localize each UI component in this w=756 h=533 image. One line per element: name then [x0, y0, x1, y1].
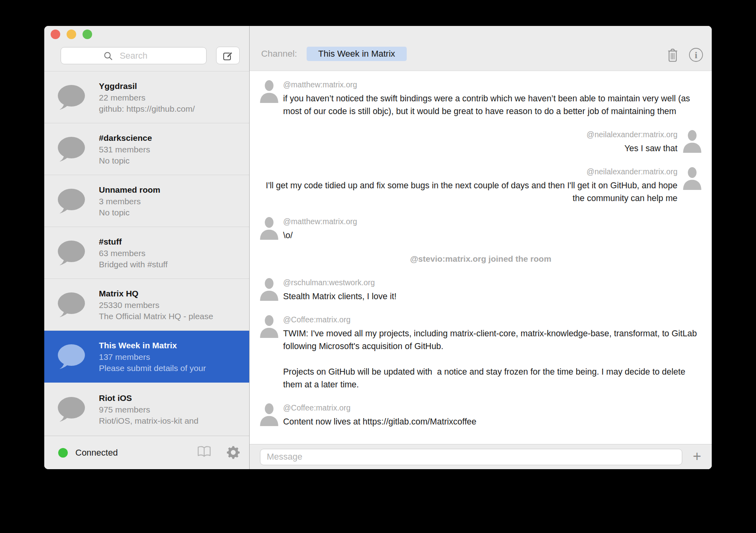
room-topic: No topic	[99, 207, 247, 218]
room-list-item[interactable]: Yggdrasil 22 members github: https://git…	[44, 71, 249, 123]
room-topic: Riot/iOS, matrix-ios-kit and	[99, 415, 247, 426]
minimize-window-button[interactable]	[67, 30, 76, 39]
message-body: @Coffee:matrix.org TWIM: I've moved all …	[283, 315, 702, 391]
chat-bubble-icon	[57, 397, 85, 422]
chat-header: Channel: This Week in Matrix i	[250, 26, 712, 71]
message: @neilalexander:matrix.org Yes I saw that	[259, 130, 702, 155]
room-info-button[interactable]: i	[689, 47, 703, 63]
room-name: Matrix HQ	[99, 288, 247, 300]
chat-bubble-icon	[57, 240, 85, 266]
message-text: Yes I saw that	[259, 142, 677, 155]
message-text: if you haven’t noticed the swift binding…	[283, 92, 702, 118]
message-text: I'll get my code tidied up and fix some …	[259, 179, 677, 205]
svg-text:i: i	[695, 50, 697, 60]
room-name: Yggdrasil	[99, 80, 247, 92]
room-topic: The Official Matrix HQ - please	[99, 311, 247, 322]
room-text: #darkscience 531 members No topic	[99, 132, 247, 166]
chat-bubble-icon	[57, 85, 85, 110]
plus-icon: +	[693, 448, 701, 464]
room-name: Riot iOS	[99, 392, 247, 404]
settings-button[interactable]	[226, 445, 241, 461]
zoom-window-button[interactable]	[83, 30, 92, 39]
room-text: Unnamed room 3 members No topic	[99, 184, 247, 218]
message-body: @Coffee:matrix.org Content now lives at …	[283, 403, 702, 428]
book-icon	[197, 446, 211, 458]
message: @neilalexander:matrix.org I'll get my co…	[259, 167, 702, 205]
room-members: 137 members	[99, 351, 247, 363]
room-list-item[interactable]: This Week in Matrix 137 members Please s…	[44, 331, 249, 383]
message-input[interactable]	[260, 449, 682, 465]
room-list-item[interactable]: #darkscience 531 members No topic	[44, 123, 249, 175]
person-avatar-icon	[682, 130, 702, 153]
room-text: Matrix HQ 25330 members The Official Mat…	[99, 288, 247, 322]
person-avatar-icon	[259, 315, 279, 338]
composer-bar: +	[250, 444, 712, 469]
connection-status-label: Connected	[75, 448, 118, 458]
room-members: 531 members	[99, 144, 247, 155]
bookmarks-button[interactable]	[197, 446, 211, 459]
app-window: Yggdrasil 22 members github: https://git…	[44, 26, 712, 469]
chat-bubble-icon	[57, 292, 85, 318]
room-name: #stuff	[99, 236, 247, 248]
room-members: 63 members	[99, 248, 247, 259]
room-list-item[interactable]: #stuff 63 members Bridged with #stuff	[44, 227, 249, 279]
attach-button[interactable]: +	[682, 449, 712, 465]
room-topic: github: https://github.com/	[99, 103, 247, 114]
chat-bubble-icon	[57, 344, 85, 369]
chat-bubble-icon	[57, 136, 85, 162]
sidebar-header	[44, 26, 249, 71]
message-text: Stealth Matrix clients, I love it!	[283, 290, 702, 303]
room-topic: No topic	[99, 155, 247, 166]
close-window-button[interactable]	[51, 30, 60, 39]
compose-button[interactable]	[216, 47, 240, 64]
person-avatar-icon	[259, 278, 279, 301]
message: @matthew:matrix.org if you haven’t notic…	[259, 80, 702, 118]
channel-row: Channel: This Week in Matrix	[261, 47, 407, 61]
room-name: Unnamed room	[99, 184, 247, 196]
message-body: @neilalexander:matrix.org Yes I saw that	[259, 130, 677, 155]
message-sender: @rschulman:westwork.org	[283, 278, 702, 288]
room-list-item[interactable]: Unnamed room 3 members No topic	[44, 175, 249, 227]
room-list-item[interactable]: Riot iOS 975 members Riot/iOS, matrix-io…	[44, 383, 249, 436]
message-body: @matthew:matrix.org if you haven’t notic…	[283, 80, 702, 118]
search-field	[61, 47, 207, 64]
message-body: @rschulman:westwork.org Stealth Matrix c…	[283, 278, 702, 303]
room-list-item[interactable]: Matrix HQ 25330 members The Official Mat…	[44, 279, 249, 331]
delete-room-button[interactable]	[666, 48, 679, 63]
person-avatar-icon	[259, 403, 279, 426]
search-input[interactable]	[61, 47, 206, 64]
person-avatar-icon	[259, 217, 279, 240]
message-text: \o/	[283, 229, 702, 242]
message-body: @neilalexander:matrix.org I'll get my co…	[259, 167, 677, 205]
person-avatar-icon	[259, 80, 279, 103]
person-avatar-icon	[682, 167, 702, 190]
message-text: Content now lives at https://gitlab.com/…	[283, 415, 702, 428]
sidebar: Yggdrasil 22 members github: https://git…	[44, 26, 250, 469]
room-topic: Please submit details of your	[99, 363, 247, 374]
channel-label: Channel:	[261, 49, 297, 59]
room-members: 25330 members	[99, 300, 247, 311]
info-icon: i	[689, 47, 703, 62]
room-topic: Bridged with #stuff	[99, 259, 247, 270]
room-text: #stuff 63 members Bridged with #stuff	[99, 236, 247, 270]
room-text: Yggdrasil 22 members github: https://git…	[99, 80, 247, 114]
message-text: TWIM: I've moved all my projects, includ…	[283, 327, 702, 391]
room-text: This Week in Matrix 137 members Please s…	[99, 340, 247, 374]
message-sender: @Coffee:matrix.org	[283, 315, 702, 325]
connection-status-dot	[58, 448, 68, 458]
channel-token[interactable]: This Week in Matrix	[307, 47, 407, 61]
status-bar: Connected	[44, 436, 249, 469]
message-sender: @matthew:matrix.org	[283, 80, 702, 90]
trash-icon	[666, 48, 679, 62]
message-list: @matthew:matrix.org if you haven’t notic…	[250, 71, 712, 444]
message-sender: @matthew:matrix.org	[283, 217, 702, 227]
room-list: Yggdrasil 22 members github: https://git…	[44, 71, 249, 436]
room-name: This Week in Matrix	[99, 340, 247, 351]
chat-bubble-icon	[57, 188, 85, 214]
chat-panel: Channel: This Week in Matrix i	[250, 26, 712, 469]
system-message: @stevio:matrix.org joined the room	[259, 254, 702, 264]
gear-icon	[226, 445, 241, 460]
message-sender: @neilalexander:matrix.org	[259, 130, 677, 140]
message: @rschulman:westwork.org Stealth Matrix c…	[259, 278, 702, 303]
message: @matthew:matrix.org \o/	[259, 217, 702, 242]
